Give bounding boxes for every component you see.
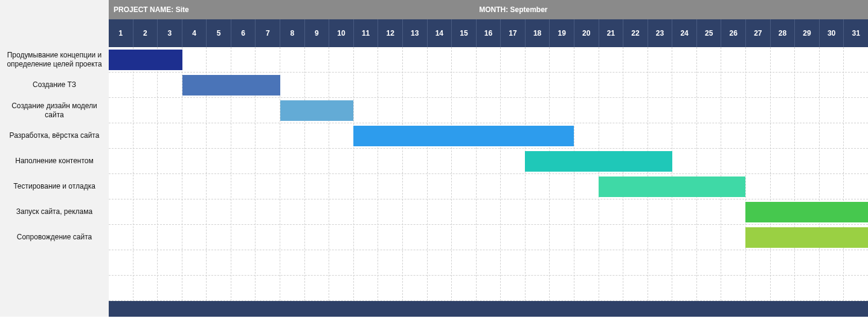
day-header-cell: 11 bbox=[353, 19, 378, 47]
day-header-cell: 20 bbox=[574, 19, 599, 47]
day-header-cell: 26 bbox=[721, 19, 745, 47]
day-header-cell: 28 bbox=[770, 19, 795, 47]
task-label bbox=[0, 250, 109, 276]
day-header-label-blank bbox=[0, 19, 109, 47]
task-labels: Продумывание концепции и определение цел… bbox=[0, 47, 109, 301]
day-header-cell: 30 bbox=[819, 19, 844, 47]
project-name-value: Site bbox=[176, 5, 189, 14]
info-bar: PROJECT NAME: Site MONTH: September bbox=[109, 0, 868, 19]
day-header-cell: 5 bbox=[206, 19, 231, 47]
task-label: Сопровождение сайта bbox=[0, 225, 109, 250]
header-label-blank bbox=[0, 0, 109, 19]
day-header-cell: 1 bbox=[109, 19, 133, 47]
day-header-cell: 2 bbox=[133, 19, 158, 47]
gantt-bar bbox=[599, 176, 745, 197]
day-header-cell: 25 bbox=[696, 19, 721, 47]
gantt-chart: PROJECT NAME: Site MONTH: September 1234… bbox=[0, 0, 868, 317]
day-header-cell: 21 bbox=[599, 19, 623, 47]
project-name: PROJECT NAME: Site bbox=[109, 5, 189, 14]
day-header-cell: 13 bbox=[402, 19, 427, 47]
task-row bbox=[109, 276, 868, 301]
task-row bbox=[109, 149, 868, 174]
task-row bbox=[109, 174, 868, 199]
day-header-cell: 24 bbox=[672, 19, 696, 47]
task-label: Наполнение контентом bbox=[0, 149, 109, 174]
day-header-cell: 19 bbox=[549, 19, 574, 47]
gantt-bar bbox=[182, 75, 280, 96]
task-row bbox=[109, 225, 868, 250]
month-label: MONTH: bbox=[479, 5, 508, 14]
gantt-bar bbox=[353, 126, 574, 146]
task-label: Тестирование и отладка bbox=[0, 174, 109, 199]
day-header-cell: 16 bbox=[476, 19, 501, 47]
day-header-cell: 22 bbox=[623, 19, 648, 47]
task-label: Продумывание концепции и определение цел… bbox=[0, 47, 109, 73]
day-header-cell: 23 bbox=[648, 19, 672, 47]
day-header-cell: 10 bbox=[329, 19, 353, 47]
day-header-cell: 4 bbox=[182, 19, 207, 47]
gantt-grid bbox=[109, 47, 868, 301]
day-header-cell: 15 bbox=[451, 19, 476, 47]
task-label: Разработка, вёрстка сайта bbox=[0, 123, 109, 149]
gantt-bar bbox=[745, 227, 868, 248]
task-label: Создание дизайн модели сайта bbox=[0, 98, 109, 123]
gantt-bar bbox=[745, 202, 868, 222]
day-header-cell: 9 bbox=[304, 19, 329, 47]
task-row bbox=[109, 199, 868, 225]
task-row bbox=[109, 123, 868, 149]
gantt-bar bbox=[280, 100, 354, 121]
task-row bbox=[109, 73, 868, 98]
day-header-cell: 8 bbox=[280, 19, 304, 47]
gantt-bar bbox=[525, 151, 672, 172]
task-row bbox=[109, 250, 868, 276]
day-header-cell: 31 bbox=[843, 19, 868, 47]
footer-bar bbox=[109, 301, 868, 317]
day-header-cell: 3 bbox=[157, 19, 182, 47]
month-value: September bbox=[510, 5, 548, 14]
project-name-label: PROJECT NAME: bbox=[114, 5, 173, 14]
day-header-cell: 27 bbox=[745, 19, 770, 47]
task-label: Запуск сайта, реклама bbox=[0, 199, 109, 225]
day-header-cell: 29 bbox=[794, 19, 819, 47]
task-row bbox=[109, 47, 868, 73]
day-header-cell: 17 bbox=[500, 19, 525, 47]
footer-label-blank bbox=[0, 301, 109, 317]
gantt-bar bbox=[109, 50, 182, 70]
day-header-cell: 12 bbox=[378, 19, 402, 47]
task-row bbox=[109, 98, 868, 123]
day-header-cell: 6 bbox=[231, 19, 256, 47]
day-header: 1234567891011121314151617181920212223242… bbox=[109, 19, 868, 47]
day-header-cell: 18 bbox=[525, 19, 550, 47]
task-label: Создание ТЗ bbox=[0, 73, 109, 98]
task-label bbox=[0, 276, 109, 301]
month: MONTH: September bbox=[189, 5, 868, 14]
day-header-cell: 14 bbox=[427, 19, 452, 47]
day-header-cell: 7 bbox=[255, 19, 280, 47]
